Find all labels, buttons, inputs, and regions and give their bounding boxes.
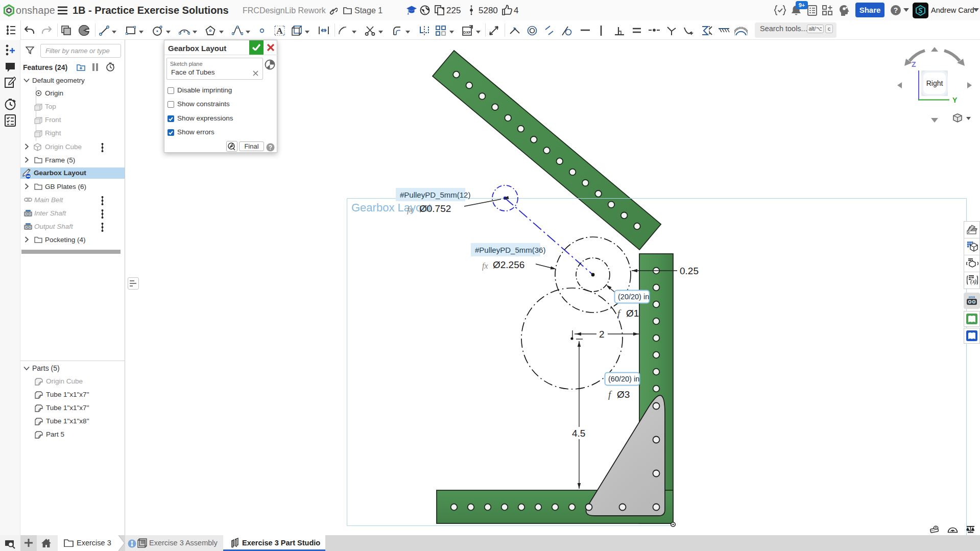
svg-text:DXF: DXF [463, 30, 471, 35]
svg-text:4.5: 4.5 [572, 428, 585, 439]
svg-text:#PulleyPD_5mm(36): #PulleyPD_5mm(36) [475, 246, 545, 254]
svg-text:#PulleyPD_5mm(12): #PulleyPD_5mm(12) [400, 190, 470, 199]
svg-text:Y: Y [952, 96, 958, 104]
svg-text:(60/20) in: (60/20) in [608, 375, 639, 383]
svg-text:Ø2.256: Ø2.256 [493, 259, 524, 270]
svg-text:A: A [276, 26, 283, 36]
svg-text:f: f [617, 308, 622, 319]
svg-text:f: f [608, 389, 612, 400]
svg-text:): ) [974, 278, 976, 285]
svg-text:0101: 0101 [969, 296, 975, 299]
svg-text:Ø3: Ø3 [617, 389, 630, 400]
svg-text:Right: Right [926, 79, 943, 87]
svg-text:2: 2 [599, 329, 605, 340]
svg-text:0.25: 0.25 [680, 266, 699, 276]
svg-text:?: ? [269, 144, 272, 151]
svg-text:?: ? [894, 6, 898, 14]
svg-text:Z: Z [912, 60, 916, 68]
svg-text:Ø0.752: Ø0.752 [419, 203, 451, 214]
svg-text:Ø1: Ø1 [626, 308, 639, 319]
svg-text:fx: fx [482, 261, 488, 271]
svg-text:(20/20) in: (20/20) in [618, 293, 649, 301]
svg-text:fx: fx [407, 205, 413, 214]
